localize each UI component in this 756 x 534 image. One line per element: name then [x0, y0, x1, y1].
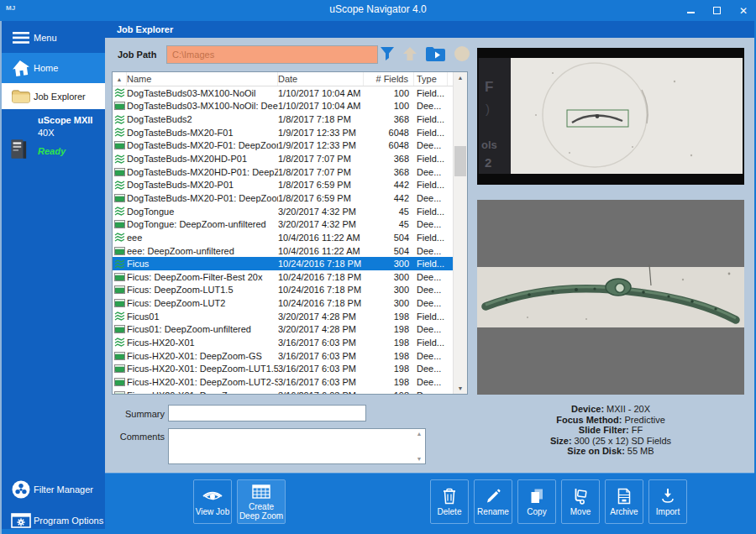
table-row[interactable]: Ficus013/20/2017 4:28 PM198Field...	[113, 310, 453, 323]
comments-label: Comments	[105, 432, 165, 442]
table-row[interactable]: DogTasteBuds-MX20-P01: DeepZoom...1/8/20…	[113, 191, 453, 205]
deepzoom-job-icon	[113, 391, 127, 394]
sidebar-item-home[interactable]: Home	[2, 53, 105, 83]
create-deep-zoom-button[interactable]: Create Deep Zoom	[237, 479, 286, 524]
sidebar-item-program-options[interactable]: Program Options	[2, 506, 105, 534]
minimize-button-icon[interactable]	[687, 12, 695, 13]
job-type-cell: Field...	[414, 154, 448, 164]
table-row[interactable]: DogTasteBuds-MX20-P011/8/2017 6:59 PM442…	[113, 178, 453, 191]
device-objective: 40X	[38, 128, 55, 138]
open-folder-icon[interactable]	[425, 44, 447, 63]
pencil-icon	[485, 488, 501, 505]
info-label: Device:	[571, 404, 604, 414]
fields-job-icon	[113, 338, 127, 347]
svg-text:ols: ols	[481, 139, 497, 151]
rename-button[interactable]: Rename	[474, 479, 512, 524]
scroll-down-icon[interactable]: ▼	[454, 385, 467, 391]
job-path-input[interactable]	[166, 45, 378, 64]
comments-scroll-up-icon[interactable]: ▲	[415, 431, 423, 437]
device-panel[interactable]: uScope MXII 40X Ready	[2, 109, 105, 190]
table-header: ▲ Name Date # Fields Type	[113, 72, 453, 86]
sidebar-item-filter-manager[interactable]: Filter Manager	[2, 474, 105, 505]
table-row[interactable]: DogTasteBuds-MX20-F011/9/2017 12:33 PM60…	[113, 126, 453, 139]
table-row[interactable]: DogTasteBuds-MX20HD-P01: DeepZo...1/8/20…	[113, 165, 453, 179]
sort-indicator[interactable]: ▲	[113, 72, 127, 86]
job-date-cell: 3/20/2017 4:32 PM	[278, 219, 364, 229]
column-header-type[interactable]: Type	[414, 72, 448, 86]
table-row[interactable]: eee: DeepZoom-unfiltered10/4/2016 11:22 …	[113, 244, 453, 258]
job-date-cell: 1/8/2017 6:59 PM	[278, 180, 364, 190]
job-name-cell: Ficus01	[127, 312, 278, 322]
table-row[interactable]: Ficus-HX20-X01: DeepZoom-LUT2-S3/16/2017…	[113, 375, 453, 389]
job-type-cell: Field...	[414, 88, 448, 98]
import-button[interactable]: Import	[648, 479, 687, 524]
table-row[interactable]: DogTasteBuds-MX20HD-P011/8/2017 7:07 PM3…	[113, 152, 453, 165]
summary-input[interactable]	[168, 405, 366, 421]
table-body: DogTasteBuds03-MX100-NoOil1/10/2017 10:0…	[113, 86, 453, 394]
job-date-cell: 3/20/2017 4:28 PM	[278, 324, 364, 334]
table-row[interactable]: Ficus01: DeepZoom-unfiltered3/20/2017 4:…	[113, 323, 453, 337]
scroll-thumb[interactable]	[454, 146, 466, 176]
menu-button[interactable]: Menu	[2, 24, 105, 51]
column-header-fields[interactable]: # Fields	[364, 72, 414, 86]
scroll-up-icon[interactable]: ▲	[454, 75, 467, 81]
table-row[interactable]: DogTasteBuds-MX20-F01: DeepZoom...1/9/20…	[113, 139, 453, 153]
view-job-button[interactable]: View Job	[193, 479, 232, 524]
fields-job-icon	[113, 154, 127, 164]
job-fields-cell: 198	[364, 377, 414, 387]
table-row[interactable]: Ficus: DeepZoom-LUT1.510/24/2016 7:18 PM…	[113, 284, 453, 297]
table-row[interactable]: DogTongue: DeepZoom-unfiltered3/20/2017 …	[113, 217, 453, 231]
fields-job-icon	[113, 128, 127, 137]
job-type-cell: Dee...	[414, 219, 448, 229]
archive-button[interactable]: Archive	[605, 479, 643, 524]
table-row[interactable]: Ficus: DeepZoom-LUT210/24/2016 7:18 PM30…	[113, 296, 453, 310]
table-row[interactable]: Ficus-HX20-X01: DeepZoom-LUT1.5-S3/16/20…	[113, 362, 453, 375]
comments-textarea[interactable]	[169, 429, 413, 463]
copy-button[interactable]: Copy	[517, 479, 556, 524]
table-row[interactable]: Ficus: DeepZoom-Filter-Best 20x10/24/201…	[113, 270, 453, 284]
up-folder-icon[interactable]	[402, 46, 418, 61]
filter-icon[interactable]	[380, 46, 395, 61]
refresh-disabled-icon[interactable]	[454, 45, 470, 62]
column-header-date[interactable]: Date	[278, 72, 364, 86]
table-row[interactable]: Ficus10/24/2016 7:18 PM300Field...	[113, 257, 453, 270]
table-row[interactable]: DogTasteBuds21/8/2017 7:18 PM368Field...	[113, 113, 453, 126]
job-name-cell: Ficus: DeepZoom-LUT1.5	[127, 285, 278, 295]
table-row[interactable]: DogTasteBuds03-MX100-NoOil1/10/2017 10:0…	[113, 86, 453, 100]
fields-job-icon	[113, 233, 127, 242]
job-name-cell: DogTasteBuds-MX20HD-P01	[127, 154, 278, 164]
job-type-cell: Field...	[414, 207, 448, 217]
archive-label: Archive	[610, 507, 638, 516]
deepzoom-job-icon	[113, 141, 127, 149]
archive-document-icon	[617, 488, 632, 505]
job-name-cell: Ficus-HX20-X01	[127, 338, 278, 348]
table-scrollbar[interactable]: ▲ ▼	[453, 72, 467, 394]
move-label: Move	[570, 507, 591, 516]
table-row[interactable]: eee10/4/2016 11:22 AM504Field...	[113, 231, 453, 244]
job-date-cell: 1/8/2017 7:07 PM	[278, 154, 364, 164]
deepzoom-job-icon	[113, 364, 127, 373]
sidebar-item-job-explorer[interactable]: Job Explorer	[2, 83, 105, 109]
deepzoom-job-icon	[113, 247, 127, 255]
job-type-cell: Dee...	[414, 193, 448, 203]
table-row[interactable]: DogTasteBuds03-MX100-NoOil: Deep...1/10/…	[113, 100, 453, 113]
job-name-cell: Ficus-HX20-X01: DeepZoom-GS	[127, 351, 278, 361]
job-fields-cell: 198	[364, 390, 414, 394]
comments-scroll-down-icon[interactable]: ▼	[415, 456, 423, 462]
info-value: Predictive	[624, 415, 664, 425]
table-row[interactable]: Ficus-HX20-X01: DeepZoom-GS3/16/2017 6:0…	[113, 349, 453, 363]
table-row[interactable]: DogTongue3/20/2017 4:32 PM45Field...	[113, 205, 453, 218]
delete-button[interactable]: Delete	[430, 479, 469, 524]
close-button-icon[interactable]: ✕	[739, 7, 748, 15]
maximize-button-icon[interactable]	[713, 7, 721, 14]
table-row[interactable]: Ficus-HX20-X01: DeepZoom...3/16/2017 6:0…	[113, 389, 453, 394]
bottom-toolbar: View Job Create Deep Zoom Delete Rena	[105, 473, 754, 529]
job-fields-cell: 198	[364, 324, 414, 334]
job-type-cell: Field...	[414, 128, 448, 138]
job-date-cell: 10/24/2016 7:18 PM	[278, 285, 364, 295]
deepzoom-job-icon	[113, 220, 127, 228]
move-button[interactable]: Move	[561, 479, 600, 524]
table-row[interactable]: Ficus-HX20-X013/16/2017 6:03 PM198Field.…	[113, 336, 453, 349]
column-header-name[interactable]: Name	[127, 72, 278, 86]
info-label: Focus Method:	[556, 415, 622, 425]
